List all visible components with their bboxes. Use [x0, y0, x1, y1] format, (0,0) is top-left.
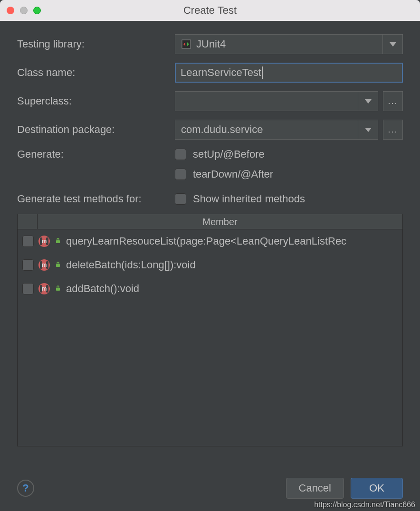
teardown-checkbox[interactable]	[175, 169, 186, 180]
class-name-value: LearnServiceTest	[181, 66, 261, 79]
dialog-footer: ? Cancel OK	[17, 478, 403, 499]
teardown-label: tearDown/@After	[193, 168, 273, 180]
chevron-down-icon[interactable]	[358, 92, 378, 111]
table-header: Member	[18, 214, 402, 229]
show-inherited-label: Show inherited methods	[193, 193, 305, 205]
svg-rect-5	[56, 288, 60, 291]
destination-package-combo[interactable]: com.dudu.service	[175, 120, 378, 140]
chevron-down-icon[interactable]	[382, 35, 402, 54]
junit-icon	[181, 39, 191, 49]
dialog-content: Testing library: JUnit4 Class name: Lear…	[0, 21, 420, 455]
table-header-member: Member	[38, 214, 402, 229]
lock-icon	[55, 261, 61, 269]
setup-label: setUp/@Before	[193, 148, 265, 161]
method-signature: deleteBatch(ids:Long[]):void	[66, 259, 196, 271]
table-body: m queryLearnResouceList(page:Page<LeanQu…	[18, 229, 402, 446]
class-name-label: Class name:	[17, 66, 169, 79]
svg-rect-0	[182, 40, 191, 48]
ok-button[interactable]: OK	[351, 478, 403, 499]
watermark: https://blog.csdn.net/Tianc666	[314, 501, 415, 509]
text-cursor	[262, 66, 263, 79]
testing-library-label: Testing library:	[17, 38, 169, 50]
table-header-checkbox-col	[18, 214, 38, 229]
window-title: Create Test	[0, 4, 420, 17]
destination-package-browse-button[interactable]: ...	[383, 120, 403, 140]
class-name-input[interactable]: LearnServiceTest	[175, 63, 403, 83]
destination-package-value: com.dudu.service	[181, 123, 263, 136]
cancel-button[interactable]: Cancel	[286, 478, 344, 499]
methods-table: Member m queryLearnResouceList(page:Page…	[17, 214, 403, 446]
svg-rect-4	[56, 264, 60, 267]
testing-library-combo[interactable]: JUnit4	[175, 34, 403, 54]
lock-icon	[55, 285, 61, 293]
help-button[interactable]: ?	[17, 480, 34, 497]
table-row[interactable]: m deleteBatch(ids:Long[]):void	[18, 253, 402, 277]
superclass-combo[interactable]	[175, 91, 378, 111]
method-checkbox[interactable]	[22, 236, 34, 247]
superclass-browse-button[interactable]: ...	[383, 91, 403, 111]
chevron-down-icon[interactable]	[358, 120, 378, 139]
titlebar: Create Test	[0, 0, 420, 21]
method-icon: m	[38, 283, 50, 294]
method-icon: m	[38, 236, 50, 247]
lock-icon	[55, 237, 61, 246]
method-signature: queryLearnResouceList(page:Page<LeanQuer…	[66, 235, 346, 247]
table-row[interactable]: m queryLearnResouceList(page:Page<LeanQu…	[18, 229, 402, 253]
method-checkbox[interactable]	[22, 283, 34, 294]
testing-library-value: JUnit4	[196, 38, 226, 50]
generate-label: Generate:	[17, 148, 169, 161]
destination-package-label: Destination package:	[17, 123, 169, 136]
svg-rect-3	[56, 240, 60, 243]
method-signature: addBatch():void	[66, 283, 139, 295]
show-inherited-checkbox[interactable]	[175, 193, 186, 205]
superclass-label: Superclass:	[17, 95, 169, 107]
method-icon: m	[38, 259, 50, 271]
method-checkbox[interactable]	[22, 259, 34, 271]
setup-checkbox[interactable]	[175, 149, 186, 160]
table-row[interactable]: m addBatch():void	[18, 277, 402, 301]
generate-methods-label: Generate test methods for:	[17, 193, 169, 205]
